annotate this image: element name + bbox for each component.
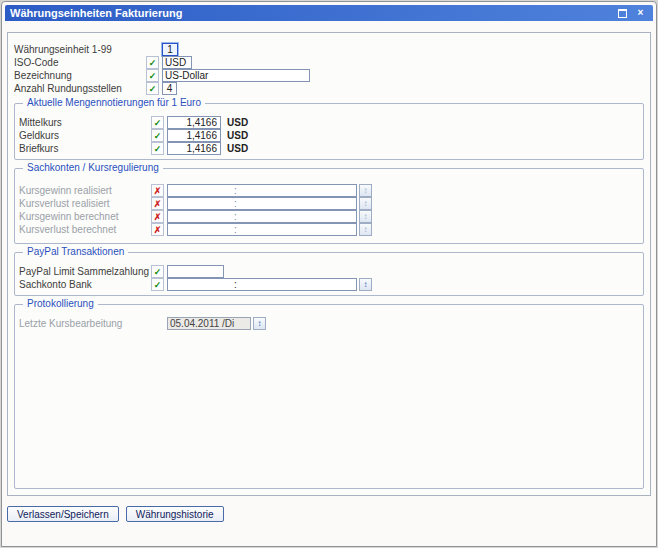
kursverlust-realisiert-label: Kursverlust realisiert	[19, 198, 151, 209]
mittelkurs-unit: USD	[227, 117, 248, 128]
content-panel: Währungseinheit 1-99 ISO-Code ✓ Bezeichn…	[7, 32, 651, 496]
paypal-group: PayPal Transaktionen PayPal Limit Sammel…	[14, 252, 644, 296]
check-toggle-icon[interactable]: ✓	[151, 265, 164, 278]
kursgewinn-realisiert-row: Kursgewinn realisiert ✗ ↕	[17, 184, 641, 197]
check-toggle-icon[interactable]: ✓	[151, 278, 164, 291]
letzte-kursbearbeitung-input	[167, 317, 251, 330]
geldkurs-unit: USD	[227, 130, 248, 141]
designation-label: Bezeichnung	[14, 70, 146, 81]
dialog-window: Währungseinheiten Fakturierung × Währung…	[1, 1, 657, 547]
kursgewinn-realisiert-input	[167, 184, 357, 197]
briefkurs-row: Briefkurs ✓ USD	[17, 142, 641, 155]
protocol-group: Protokollierung Letzte Kursbearbeitung ↕	[14, 304, 644, 489]
save-exit-button[interactable]: Verlassen/Speichern	[7, 506, 119, 522]
kursverlust-berechnet-row: Kursverlust berechnet ✗ ↕	[17, 223, 641, 236]
iso-code-row: ISO-Code ✓	[12, 56, 646, 69]
geldkurs-row: Geldkurs ✓ USD	[17, 129, 641, 142]
iso-code-input[interactable]	[162, 56, 192, 69]
cross-toggle-icon[interactable]: ✗	[151, 197, 164, 210]
sachkonto-bank-input[interactable]	[167, 278, 357, 291]
kursgewinn-berechnet-row: Kursgewinn berechnet ✗ ↕	[17, 210, 641, 223]
sachkonto-bank-lookup-button[interactable]: ↕	[359, 278, 372, 291]
iso-code-label: ISO-Code	[14, 57, 146, 68]
cross-toggle-icon[interactable]: ✗	[151, 184, 164, 197]
protocol-group-title: Protokollierung	[23, 298, 98, 309]
titlebar[interactable]: Währungseinheiten Fakturierung ×	[5, 5, 653, 21]
kursgewinn-berechnet-label: Kursgewinn berechnet	[19, 211, 151, 222]
briefkurs-unit: USD	[227, 143, 248, 154]
designation-row: Bezeichnung ✓	[12, 69, 646, 82]
kursverlust-berechnet-input	[167, 223, 357, 236]
accounts-group-title: Sachkonten / Kursregulierung	[23, 162, 163, 173]
check-toggle-icon[interactable]: ✓	[151, 129, 164, 142]
account-lookup-button: ↕	[359, 197, 372, 210]
restore-icon	[618, 9, 627, 18]
rounding-label: Anzahl Rundungsstellen	[14, 83, 146, 94]
rates-group-title: Aktuelle Mengennotierungen für 1 Euro	[23, 97, 205, 108]
geldkurs-input[interactable]	[167, 129, 221, 142]
close-button[interactable]: ×	[633, 7, 648, 20]
accounts-group: Sachkonten / Kursregulierung Kursgewinn …	[14, 168, 644, 244]
window-title: Währungseinheiten Fakturierung	[10, 7, 615, 19]
kursverlust-realisiert-row: Kursverlust realisiert ✗ ↕	[17, 197, 641, 210]
footer-buttons: Verlassen/Speichern Währungshistorie	[7, 506, 224, 522]
date-spinner-button: ↕	[253, 317, 266, 330]
geldkurs-label: Geldkurs	[19, 130, 151, 141]
cross-toggle-icon[interactable]: ✗	[151, 210, 164, 223]
account-lookup-button: ↕	[359, 184, 372, 197]
rounding-row: Anzahl Rundungsstellen ✓	[12, 82, 646, 95]
account-lookup-button: ↕	[359, 210, 372, 223]
check-toggle-icon[interactable]: ✓	[146, 56, 159, 69]
currency-history-button[interactable]: Währungshistorie	[126, 506, 224, 522]
paypal-limit-input[interactable]	[167, 265, 224, 278]
kursgewinn-berechnet-input	[167, 210, 357, 223]
account-lookup-button: ↕	[359, 223, 372, 236]
paypal-limit-label: PayPal Limit Sammelzahlung	[19, 266, 151, 277]
rates-group: Aktuelle Mengennotierungen für 1 Euro Mi…	[14, 103, 644, 160]
designation-input[interactable]	[162, 69, 310, 82]
check-toggle-icon[interactable]: ✓	[146, 82, 159, 95]
kursgewinn-realisiert-label: Kursgewinn realisiert	[19, 185, 151, 196]
letzte-kursbearbeitung-row: Letzte Kursbearbeitung ↕	[17, 317, 641, 330]
screen: Währungseinheiten Fakturierung × Währung…	[0, 0, 658, 548]
kursverlust-berechnet-label: Kursverlust berechnet	[19, 224, 151, 235]
sachkonto-bank-row: Sachkonto Bank ✓ ↕	[17, 278, 641, 291]
currency-unit-row: Währungseinheit 1-99	[12, 43, 646, 56]
briefkurs-input[interactable]	[167, 142, 221, 155]
check-toggle-icon[interactable]: ✓	[151, 116, 164, 129]
check-toggle-icon[interactable]: ✓	[151, 142, 164, 155]
briefkurs-label: Briefkurs	[19, 143, 151, 154]
paypal-limit-row: PayPal Limit Sammelzahlung ✓	[17, 265, 641, 278]
currency-unit-label: Währungseinheit 1-99	[14, 44, 146, 55]
paypal-group-title: PayPal Transaktionen	[23, 246, 128, 257]
kursverlust-realisiert-input	[167, 197, 357, 210]
mittelkurs-input[interactable]	[167, 116, 221, 129]
currency-unit-input[interactable]	[162, 43, 178, 56]
sachkonto-bank-label: Sachkonto Bank	[19, 279, 151, 290]
letzte-kursbearbeitung-label: Letzte Kursbearbeitung	[19, 318, 151, 329]
cross-toggle-icon[interactable]: ✗	[151, 223, 164, 236]
titlebar-controls: ×	[615, 7, 648, 20]
mittelkurs-row: Mittelkurs ✓ USD	[17, 116, 641, 129]
restore-button[interactable]	[615, 7, 630, 20]
mittelkurs-label: Mittelkurs	[19, 117, 151, 128]
rounding-input[interactable]	[162, 82, 177, 95]
check-toggle-icon[interactable]: ✓	[146, 69, 159, 82]
